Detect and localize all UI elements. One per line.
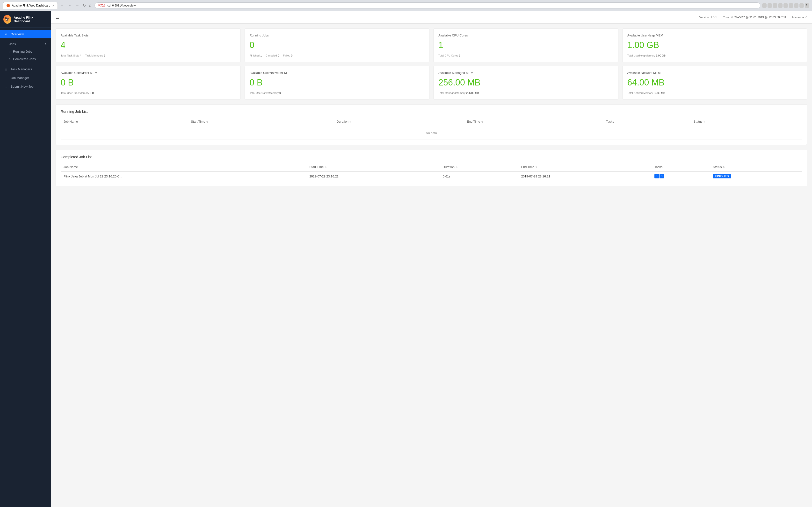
completed-jobs-section: Completed Job List Job Name Start Time⇅ … xyxy=(56,150,807,186)
overview-icon: ○ xyxy=(4,32,8,36)
card-footer-item: Total NetworkMemory 64.00 MB xyxy=(627,92,665,95)
tasks-cell: 3 3 xyxy=(652,171,710,181)
metric-card-3: Available UserHeap MEM 1.00 GB Total Use… xyxy=(622,29,807,62)
task-num-a: 3 xyxy=(654,174,659,178)
col-start-time[interactable]: Start Time⇅ xyxy=(188,117,334,126)
message-value: 0 xyxy=(806,16,807,19)
ext-icon-menu[interactable]: ⋮ xyxy=(805,3,809,8)
completed-jobs-title: Completed Job List xyxy=(61,155,802,159)
sidebar-nav: ○ Overview ☰ Jobs ∧ ○ Running Jobs ○ xyxy=(0,28,51,507)
topbar: ☰ Version: 1.5.1 Commit: 2be5f47 @ 31.01… xyxy=(51,11,812,24)
commit-value: 2be5f47 @ 31.01.2019 @ 12:03:50 CST xyxy=(734,16,786,19)
sidebar-item-task-managers[interactable]: ⊞ Task Managers xyxy=(0,65,51,73)
menu-toggle-button[interactable]: ☰ xyxy=(56,15,59,20)
tab-close-button[interactable]: × xyxy=(52,4,54,7)
col-cend-time[interactable]: End Time⇅ xyxy=(518,163,652,171)
card-footer-4: Total UserDirectMemory 0 B xyxy=(61,92,236,95)
card-footer-item: Total UserNativeMemory 0 B xyxy=(250,92,284,95)
ext-icon-6[interactable] xyxy=(789,3,793,8)
sidebar-item-job-manager[interactable]: ⊞ Job Manager xyxy=(0,73,51,82)
tab-favicon xyxy=(6,4,10,7)
sidebar-app-title: Apache Flink Dashboard xyxy=(14,16,47,23)
card-footer-item: Task Managers 1 xyxy=(85,54,105,57)
card-value-1: 0 xyxy=(250,40,424,50)
jobs-chevron-icon: ∧ xyxy=(45,42,47,46)
home-button[interactable]: ⌂ xyxy=(88,3,93,8)
main-content: Available Task Slots 4 Total Task Slots … xyxy=(51,24,812,507)
url-display: cdh6:9081/#/overview xyxy=(108,4,136,7)
metric-card-1: Running Jobs 0 Finished 1Canceled 0Faile… xyxy=(245,29,430,62)
ext-icon-2[interactable] xyxy=(767,3,772,8)
topbar-left: ☰ xyxy=(56,15,59,20)
card-footer-7: Total NetworkMemory 64.00 MB xyxy=(627,92,802,95)
card-footer-item: Canceled 0 xyxy=(266,54,279,57)
completed-jobs-header-row: Job Name Start Time⇅ Duration⇅ End Time⇅… xyxy=(61,163,802,171)
running-jobs-title: Running Job List xyxy=(61,109,802,113)
card-footer-item: Failed 0 xyxy=(283,54,292,57)
sidebar-item-submit-new-job[interactable]: ↓ Submit New Job xyxy=(0,82,51,91)
ext-icon-5[interactable] xyxy=(783,3,788,8)
running-jobs-no-data: No data xyxy=(61,126,802,140)
address-bar[interactable]: 不安全 cdh6:9081/#/overview xyxy=(95,2,760,8)
col-duration[interactable]: Duration⇅ xyxy=(334,117,464,126)
col-ctasks: Tasks xyxy=(652,163,710,171)
card-footer-1: Finished 1Canceled 0Failed 0 xyxy=(250,54,424,57)
duration-cell: 0.61s xyxy=(440,171,518,181)
forward-button[interactable]: → xyxy=(74,3,80,8)
col-cstatus[interactable]: Status⇅ xyxy=(710,163,802,171)
sidebar-item-jobs[interactable]: ☰ Jobs ∧ xyxy=(0,40,51,48)
card-title-7: Available Network MEM xyxy=(627,71,802,74)
card-value-6: 256.00 MB xyxy=(439,77,613,88)
card-title-1: Running Jobs xyxy=(250,34,424,37)
card-footer-item: Total CPU Cores 1 xyxy=(439,54,460,57)
col-cduration[interactable]: Duration⇅ xyxy=(440,163,518,171)
back-button[interactable]: ← xyxy=(67,3,73,8)
browser-extensions: ⋮ xyxy=(762,3,809,8)
app-container: 🦅 Apache Flink Dashboard ○ Overview ☰ Jo… xyxy=(0,11,812,507)
tab-title: Apache Flink Web Dashboard xyxy=(12,4,50,7)
running-jobs-header-row: Job Name Start Time⇅ Duration⇅ End Time⇅… xyxy=(61,117,802,126)
job-name-cell: Flink Java Job at Mon Jul 29 23:16:20 C.… xyxy=(61,171,306,181)
metric-card-2: Available CPU Cores 1 Total CPU Cores 1 xyxy=(433,29,618,62)
ext-icon-3[interactable] xyxy=(773,3,777,8)
job-manager-icon: ⊞ xyxy=(4,76,8,80)
col-tasks: Tasks xyxy=(603,117,691,126)
col-end-time[interactable]: End Time⇅ xyxy=(464,117,603,126)
card-value-5: 0 B xyxy=(250,77,424,88)
sidebar-label-overview: Overview xyxy=(11,32,24,36)
ext-icon-8[interactable] xyxy=(800,3,804,8)
submit-icon: ↓ xyxy=(4,84,8,89)
card-footer-2: Total CPU Cores 1 xyxy=(439,54,613,57)
running-jobs-table: Job Name Start Time⇅ Duration⇅ End Time⇅… xyxy=(61,117,802,140)
col-cjob-name: Job Name xyxy=(61,163,306,171)
jobs-icon: ☰ xyxy=(4,42,7,46)
sidebar-item-overview[interactable]: ○ Overview xyxy=(0,30,51,38)
metric-card-7: Available Network MEM 64.00 MB Total Net… xyxy=(622,66,807,100)
commit-info: Commit: 2be5f47 @ 31.01.2019 @ 12:03:50 … xyxy=(723,16,786,19)
sidebar-label-submit-new-job: Submit New Job xyxy=(11,85,34,89)
card-footer-6: Total ManagedMemory 256.00 MB xyxy=(439,92,613,95)
col-status[interactable]: Status⇅ xyxy=(691,117,802,126)
sidebar-label-task-managers: Task Managers xyxy=(11,67,32,71)
col-cstart-time[interactable]: Start Time⇅ xyxy=(306,163,440,171)
table-row[interactable]: Flink Java Job at Mon Jul 29 23:16:20 C.… xyxy=(61,171,802,181)
ext-icon-4[interactable] xyxy=(778,3,782,8)
card-title-3: Available UserHeap MEM xyxy=(627,34,802,37)
version-label: Version: xyxy=(699,16,710,19)
card-value-7: 64.00 MB xyxy=(627,77,802,88)
card-footer-item: Total Task Slots 4 xyxy=(61,54,81,57)
message-label: Message: xyxy=(792,16,805,19)
sidebar-item-running-jobs[interactable]: ○ Running Jobs xyxy=(0,48,51,55)
sidebar-item-completed-jobs[interactable]: ○ Completed Jobs xyxy=(0,55,51,63)
ext-icon-7[interactable] xyxy=(794,3,799,8)
ext-icon-1[interactable] xyxy=(762,3,767,8)
metrics-cards: Available Task Slots 4 Total Task Slots … xyxy=(56,29,807,100)
task-num-b: 3 xyxy=(660,174,664,178)
new-tab-button[interactable]: + xyxy=(59,2,65,9)
completed-jobs-icon: ○ xyxy=(9,57,11,61)
active-tab[interactable]: Apache Flink Web Dashboard × xyxy=(3,2,58,9)
card-value-3: 1.00 GB xyxy=(627,40,802,50)
card-footer-5: Total UserNativeMemory 0 B xyxy=(250,92,424,95)
reload-button[interactable]: ↻ xyxy=(82,3,87,8)
card-title-4: Available UserDirect MEM xyxy=(61,71,236,74)
